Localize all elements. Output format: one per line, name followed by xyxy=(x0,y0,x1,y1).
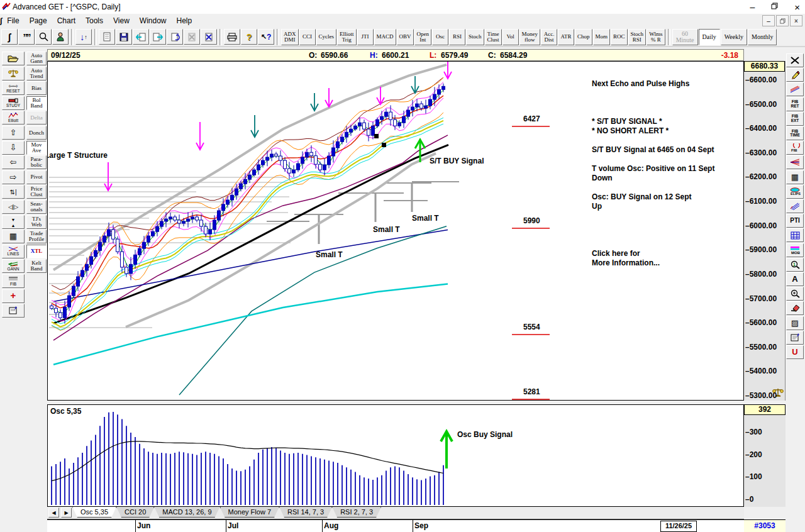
regression-channel-button[interactable] xyxy=(786,228,804,242)
fib-extension-button[interactable]: FIBEXT xyxy=(786,112,804,126)
indicator-acc-dist[interactable]: Acc.Dist xyxy=(541,29,557,45)
indicator-rsi[interactable]: RSI xyxy=(449,29,465,45)
tool-trade-profile[interactable]: TradeProfile xyxy=(26,230,47,243)
chart-notes-button[interactable] xyxy=(2,304,25,318)
timeframe-weekly[interactable]: Weekly xyxy=(721,29,747,45)
annotation-quotes-button[interactable]: ”” xyxy=(18,29,35,45)
scroll-down-button[interactable]: ⇩ xyxy=(2,141,25,155)
fib-retracement-button[interactable]: FIBRET xyxy=(786,97,804,111)
mob-button[interactable]: MOB xyxy=(786,243,804,257)
tool-delta[interactable]: Delta xyxy=(26,111,47,125)
expand-horizontal-button[interactable]: ◁|▷ xyxy=(2,200,25,214)
indicator-wlms-r[interactable]: Wlms% R xyxy=(647,29,665,45)
tab-money-flow-7[interactable]: Money Flow 7 xyxy=(220,507,279,518)
fib-circle-button[interactable]: FIB xyxy=(786,141,804,155)
data-download-button[interactable]: ↓↑ xyxy=(75,29,92,45)
indicator-macd[interactable]: MACD xyxy=(374,29,396,45)
tool-para--bolic[interactable]: Para-bolic xyxy=(26,155,47,169)
delete-page-disabled-button[interactable] xyxy=(184,29,200,45)
gann-fan-button[interactable] xyxy=(786,155,804,169)
compress-vertical-button[interactable]: ▼▲ xyxy=(2,215,25,229)
scroll-right-button[interactable]: ⇨ xyxy=(2,170,25,184)
bar-spacing-button[interactable]: ⇅| xyxy=(2,185,25,199)
context-help-button[interactable]: ↖? xyxy=(258,29,274,45)
elliott-button[interactable]: Elliott xyxy=(2,111,25,125)
timeframe-60-minute[interactable]: 60Minute xyxy=(672,29,698,45)
close-button[interactable]: × xyxy=(794,2,800,13)
fib-button[interactable]: FIB xyxy=(2,274,25,288)
menu-file[interactable]: File xyxy=(2,15,24,26)
tab-rsi-2-7-3[interactable]: RSI 2, 7, 3 xyxy=(332,507,381,518)
axis-date-box[interactable]: 11/26/25 xyxy=(660,521,697,532)
indicator-jti[interactable]: JTI xyxy=(357,29,374,45)
tool-bias[interactable]: Bias xyxy=(26,81,47,95)
indicator-elliott-trig[interactable]: ElliottTrig xyxy=(337,29,357,45)
tool-xtl[interactable]: XTL xyxy=(26,245,47,258)
indicator-money-flow[interactable]: Moneyflow xyxy=(519,29,541,45)
menu-tools[interactable]: Tools xyxy=(80,15,108,26)
zoom-in-button[interactable] xyxy=(786,287,804,301)
text-tool-button[interactable]: A xyxy=(786,272,804,286)
indicator-atr[interactable]: ATR xyxy=(558,29,574,45)
new-chart-button[interactable] xyxy=(99,29,115,45)
grid-button[interactable]: ▦ xyxy=(2,230,25,243)
tool-pivot[interactable]: Pivot xyxy=(26,170,47,184)
refresh-page-button[interactable] xyxy=(167,29,183,45)
ellipse-button[interactable]: ELIPS xyxy=(786,185,804,199)
get-logo-button[interactable]: ∫ xyxy=(1,29,18,45)
oscillator-panel[interactable]: Osc 5,35Osc Buy Signal xyxy=(47,404,744,507)
tool-auto-trend[interactable]: AutoTrend xyxy=(26,67,47,80)
child-close-button[interactable]: × xyxy=(790,15,802,26)
tool-donch[interactable]: Donch xyxy=(26,126,47,140)
indicator-time-clust[interactable]: TimeClust xyxy=(485,29,502,45)
help-button[interactable]: ? xyxy=(241,29,257,45)
menu-page[interactable]: Page xyxy=(25,15,52,26)
indicator-osc[interactable]: Osc xyxy=(432,29,448,45)
tool-kelt-band[interactable]: KeltBand xyxy=(26,259,47,273)
indicator-adx-dmi[interactable]: ADXDMI xyxy=(281,29,299,45)
user-button[interactable] xyxy=(52,29,69,45)
fib-time-button[interactable]: FIBTIME xyxy=(786,126,804,140)
menu-view[interactable]: View xyxy=(108,15,135,26)
child-minimize-button[interactable]: – xyxy=(762,15,775,26)
tab-scroll-prev[interactable]: ◀ xyxy=(48,507,59,518)
indicator-vol[interactable]: Vol xyxy=(502,29,519,45)
pitchfork-button[interactable] xyxy=(786,199,804,213)
study-button[interactable]: STUDY xyxy=(2,96,25,110)
trend-lines-button[interactable] xyxy=(786,82,804,96)
pattern-button[interactable]: ▨ xyxy=(786,316,804,330)
tab-cci-20[interactable]: CCI 20 xyxy=(116,507,154,518)
gann-button[interactable]: GANN xyxy=(2,259,25,273)
tab-scroll-next[interactable]: ▶ xyxy=(61,507,72,518)
prev-page-button[interactable] xyxy=(133,29,149,45)
indicator-cci[interactable]: CCI xyxy=(299,29,316,45)
save-page-button[interactable] xyxy=(116,29,132,45)
open-chart-button[interactable] xyxy=(2,52,25,65)
edit-notes-button[interactable] xyxy=(786,331,804,345)
gann-grid-button[interactable]: ▦ xyxy=(786,170,804,184)
search-button[interactable] xyxy=(35,29,52,45)
magnet-button[interactable]: U xyxy=(786,345,804,359)
indicator-stoch[interactable]: Stoch xyxy=(466,29,484,45)
value-finder-button[interactable]: 1 xyxy=(786,258,804,272)
crosshair-button[interactable]: + xyxy=(2,289,25,303)
indicator-roc[interactable]: ROC xyxy=(611,29,628,45)
indicator-cycles[interactable]: Cycles xyxy=(316,29,337,45)
lines-button[interactable]: LINES xyxy=(2,245,25,258)
next-page-button[interactable] xyxy=(150,29,166,45)
indicator-open-int[interactable]: OpenInt xyxy=(414,29,432,45)
tool-auto-gann[interactable]: AutoGann xyxy=(26,52,47,65)
tool-bol-band[interactable]: BolBand xyxy=(26,96,47,110)
menu-chart[interactable]: Chart xyxy=(52,15,80,26)
swap-page-button[interactable] xyxy=(201,29,217,45)
eraser-button[interactable] xyxy=(786,301,804,315)
tool-mov-ave[interactable]: MovAve xyxy=(26,141,47,155)
scales-button[interactable] xyxy=(2,67,25,80)
tab-rsi-14-7-3[interactable]: RSI 14, 7, 3 xyxy=(279,507,332,518)
menu-window[interactable]: Window xyxy=(135,15,172,26)
scroll-up-button[interactable]: ⇧ xyxy=(2,126,25,140)
price-chart[interactable]: Next Echo and Pulse Highs* S/T BUY SIGNA… xyxy=(47,61,744,401)
close-chart-button[interactable] xyxy=(786,53,804,67)
tab-osc-5-35[interactable]: Osc 5,35 xyxy=(72,507,116,518)
tool-seas--onals[interactable]: Seas-onals xyxy=(26,200,47,214)
